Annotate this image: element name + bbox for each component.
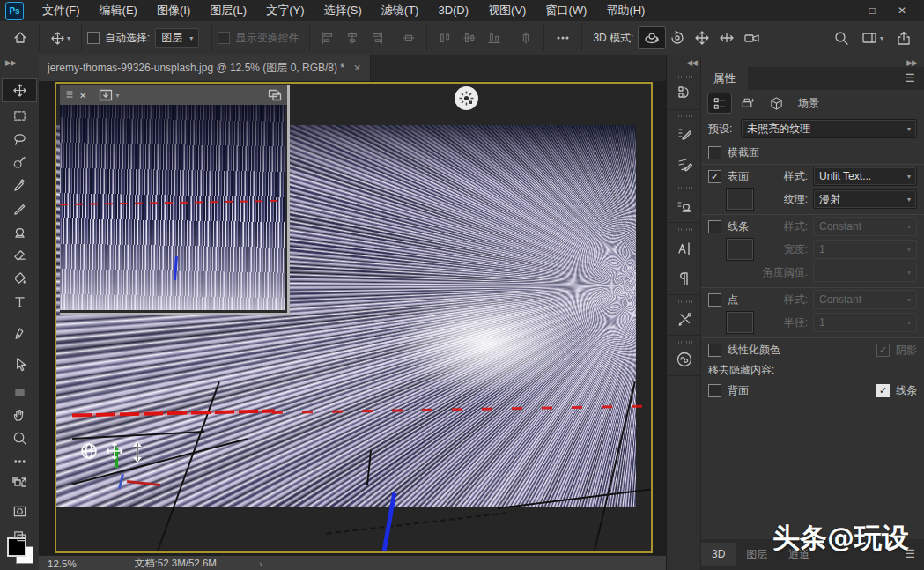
menu-edit[interactable]: 编辑(E) — [90, 0, 147, 21]
panel-menu-icon[interactable]: ☰ — [905, 67, 915, 90]
tab-3d[interactable]: 3D — [701, 543, 736, 566]
scene-tree-icon[interactable] — [708, 93, 731, 113]
swap-camera-icon[interactable]: ▾ — [99, 89, 119, 101]
points-checkbox[interactable]: ✓ — [708, 293, 721, 307]
surface-texture-dropdown[interactable]: 漫射▾ — [813, 189, 917, 209]
lasso-tool[interactable] — [3, 129, 36, 151]
quick-mask-button[interactable] — [3, 500, 36, 522]
swap-views-icon[interactable] — [268, 89, 282, 101]
3d-light-widget[interactable] — [455, 86, 478, 110]
panel-grip[interactable] — [676, 187, 692, 189]
character-panel-icon[interactable] — [674, 238, 695, 259]
menu-type[interactable]: 文字(Y) — [256, 0, 314, 21]
list-menu-icon[interactable] — [65, 90, 74, 100]
menu-filter[interactable]: 滤镜(T) — [372, 0, 429, 21]
expand-panel-icon[interactable]: ▶▶ — [5, 58, 16, 67]
hand-tool[interactable] — [3, 404, 36, 426]
3d-cube-icon[interactable] — [765, 93, 787, 113]
rectangular-marquee-tool[interactable] — [3, 105, 36, 127]
points-radius-dropdown[interactable]: 1▾ — [813, 313, 917, 332]
scale-arrow-icon[interactable] — [130, 441, 144, 465]
workspace-switcher-icon[interactable]: ▾ — [861, 31, 883, 45]
gradient-tool[interactable] — [3, 267, 36, 289]
menu-select[interactable]: 选择(S) — [314, 0, 371, 21]
document-bounds[interactable]: ✕ ▾ — [55, 82, 653, 553]
clone-source-panel-icon[interactable] — [674, 196, 695, 217]
expand-dock-icon[interactable]: ▶▶ — [906, 58, 917, 67]
backface-checkbox[interactable]: ✓ — [708, 384, 721, 397]
home-icon[interactable] — [7, 30, 33, 46]
align-bottom-icon[interactable] — [482, 31, 506, 45]
lines-style-dropdown[interactable]: Constant▾ — [813, 217, 917, 236]
menu-3d[interactable]: 3D(D) — [428, 0, 478, 21]
dolly-camera-icon[interactable] — [739, 27, 765, 48]
tab-properties[interactable]: 属性 — [701, 67, 748, 90]
align-top-icon[interactable] — [432, 31, 457, 45]
render-settings-icon[interactable] — [736, 93, 759, 113]
close-button[interactable]: ✕ — [887, 4, 917, 17]
distribute-vertical-icon[interactable] — [514, 31, 538, 45]
panel-grip[interactable] — [676, 115, 692, 117]
eraser-tool[interactable] — [3, 244, 36, 266]
points-style-dropdown[interactable]: Constant▾ — [813, 290, 917, 309]
move-tool[interactable] — [3, 79, 36, 101]
menu-view[interactable]: 视图(V) — [478, 0, 536, 21]
move-cross-icon[interactable] — [105, 441, 124, 465]
minimize-button[interactable]: — — [827, 4, 857, 17]
align-middle-icon[interactable] — [457, 31, 482, 45]
menu-layer[interactable]: 图层(L) — [200, 0, 256, 21]
search-icon[interactable] — [833, 30, 849, 46]
menu-file[interactable]: 文件(F) — [33, 0, 90, 21]
backface-lines-checkbox[interactable]: ✓ — [876, 384, 890, 397]
panel-grip[interactable] — [676, 228, 692, 231]
collapse-dock-icon[interactable]: ◀◀ — [686, 58, 697, 67]
quick-selection-tool[interactable] — [3, 152, 36, 174]
points-color-swatch[interactable] — [726, 311, 754, 334]
zoom-tool[interactable] — [3, 427, 36, 449]
share-icon[interactable] — [896, 30, 912, 46]
distribute-horizontal-icon[interactable] — [396, 31, 421, 45]
swap-colors-icon[interactable] — [3, 471, 36, 493]
secondary-view-image[interactable] — [60, 105, 285, 310]
preset-dropdown[interactable]: 未照亮的纹理▾ — [741, 119, 917, 138]
rectangle-shape-tool[interactable] — [3, 381, 36, 403]
zoom-level-field[interactable]: 12.5% — [48, 559, 77, 569]
auto-select-checkbox[interactable] — [87, 32, 100, 44]
path-selection-tool[interactable] — [3, 353, 36, 375]
orbit-3d-icon[interactable] — [639, 27, 665, 48]
menu-image[interactable]: 图像(I) — [147, 0, 200, 21]
pen-tool[interactable] — [3, 323, 36, 345]
edit-toolbar-icon[interactable] — [3, 450, 36, 472]
panel-grip[interactable] — [676, 300, 692, 303]
type-tool[interactable] — [3, 291, 36, 313]
menu-help[interactable]: 帮助(H) — [596, 0, 654, 21]
close-secondary-view-icon[interactable]: ✕ — [79, 91, 86, 100]
surface-checkbox[interactable]: ✓ — [708, 170, 721, 183]
close-icon[interactable]: ✕ — [353, 63, 361, 74]
history-panel-icon[interactable] — [674, 82, 695, 103]
roll-3d-icon[interactable] — [665, 27, 690, 48]
lines-angle-dropdown[interactable]: ▾ — [813, 263, 917, 282]
screen-mode-button[interactable] — [3, 525, 36, 547]
secondary-view[interactable]: ✕ ▾ — [60, 85, 290, 315]
lines-checkbox[interactable]: ✓ — [708, 220, 721, 233]
show-transform-checkbox[interactable] — [218, 32, 230, 44]
move-tool-preset-icon[interactable]: ▾ — [45, 31, 76, 46]
shadow-checkbox[interactable]: ✓ — [876, 344, 890, 357]
brushes-panel-icon[interactable] — [674, 154, 695, 175]
lines-color-swatch[interactable] — [726, 238, 754, 261]
align-right-icon[interactable] — [365, 31, 389, 45]
tool-presets-panel-icon[interactable] — [674, 308, 695, 329]
surface-color-swatch[interactable] — [726, 188, 754, 211]
maximize-button[interactable]: □ — [857, 4, 887, 17]
canvas-area[interactable]: ✕ ▾ — [39, 81, 666, 555]
linearize-checkbox[interactable]: ✓ — [708, 344, 721, 357]
menu-window[interactable]: 窗口(W) — [536, 0, 596, 21]
slide-3d-icon[interactable] — [714, 27, 739, 48]
ellipsis-icon[interactable] — [550, 30, 576, 46]
auto-select-target-dropdown[interactable]: 图层▾ — [155, 28, 199, 48]
align-center-horizontal-icon[interactable] — [340, 31, 365, 45]
status-options-chevron[interactable]: › — [259, 559, 262, 569]
cross-section-checkbox[interactable]: ✓ — [708, 146, 721, 159]
surface-style-dropdown[interactable]: Unlit Text...▾ — [813, 167, 917, 186]
